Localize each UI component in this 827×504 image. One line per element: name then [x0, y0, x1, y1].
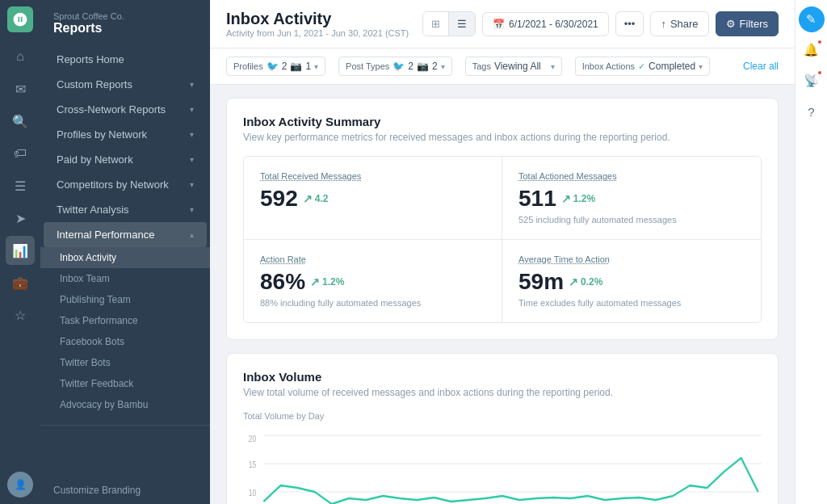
user-avatar[interactable]: 👤 [7, 472, 33, 498]
metric-value-avg-time: 59m ↗ 0.2% [518, 269, 745, 295]
right-sidebar: ✎ 🔔 📡 ? [795, 0, 827, 504]
nav-sub-inbox-team[interactable]: Inbox Team [40, 268, 210, 289]
chevron-down-icon: ▾ [190, 155, 194, 164]
nav-sub-advocacy[interactable]: Advocacy by Bambu [40, 394, 210, 415]
activity-button[interactable]: 📡 [799, 68, 825, 94]
tags-dropdown[interactable]: Tags Viewing All ▾ [465, 57, 562, 76]
profiles-filter-values: 🐦 2 📷 1 [267, 61, 311, 72]
check-icon: ✓ [638, 61, 645, 72]
nav-sub-publishing-team[interactable]: Publishing Team [40, 289, 210, 310]
page-title: Inbox Activity [226, 10, 409, 28]
nav-custom-reports[interactable]: Custom Reports ▾ [44, 72, 207, 97]
metric-trend-action-rate: ↗ 1.2% [310, 275, 344, 288]
notifications-button[interactable]: 🔔 [799, 37, 825, 63]
nav-sub-facebook-bots[interactable]: Facebook Bots [40, 331, 210, 352]
twitter-icon: 🐦 [393, 61, 405, 72]
metric-cell-action-rate: Action Rate 86% ↗ 1.2% 88% including ful… [244, 240, 502, 322]
nav-sub-twitter-bots[interactable]: Twitter Bots [40, 352, 210, 373]
metric-trend-actioned: ↗ 1.2% [561, 192, 595, 205]
metric-label-actioned: Total Actioned Messages [518, 171, 745, 181]
chevron-down-icon: ▾ [314, 62, 318, 71]
post-types-dropdown[interactable]: Post Types 🐦 2 📷 2 ▾ [338, 57, 452, 76]
nav-competitors-by-network[interactable]: Competitors by Network ▾ [44, 172, 207, 197]
profiles-filter: Profiles 🐦 2 📷 1 ▾ [226, 57, 325, 76]
search-nav-icon[interactable]: 🔍 [6, 107, 35, 136]
nav-sub-task-performance[interactable]: Task Performance [40, 310, 210, 331]
trend-up-icon: ↗ [303, 192, 313, 205]
nav-sidebar: Sprout Coffee Co. Reports Reports Home C… [40, 0, 210, 504]
instagram-icon: 📷 [417, 61, 429, 72]
brand-company: Sprout Coffee Co. [53, 11, 197, 21]
compose-action-button[interactable]: ✎ [799, 6, 825, 32]
notification-badge [817, 39, 823, 45]
calendar-icon: 📅 [493, 19, 505, 30]
star-nav-icon[interactable]: ☆ [6, 300, 35, 330]
header-left: Inbox Activity Activity from Jun 1, 2021… [226, 10, 409, 38]
clear-all-button[interactable]: Clear all [743, 61, 779, 72]
tag-nav-icon[interactable]: 🏷 [6, 139, 35, 168]
nav-paid-by-network[interactable]: Paid by Network ▾ [44, 147, 207, 172]
metric-cell-avg-time: Average Time to Action 59m ↗ 0.2% Time e… [502, 240, 761, 322]
chevron-down-icon: ▾ [551, 62, 555, 71]
trend-up-icon: ↗ [569, 275, 578, 288]
metric-value-received: 592 ↗ 4.2 [260, 186, 485, 212]
chart-label: Total Volume by Day [243, 411, 762, 421]
nav-twitter-analysis[interactable]: Twitter Analysis ▾ [44, 197, 207, 222]
svg-text:20: 20 [249, 435, 256, 443]
metric-cell-actioned: Total Actioned Messages 511 ↗ 1.2% 525 i… [502, 157, 761, 240]
list-nav-icon[interactable]: ☰ [6, 171, 35, 200]
nav-sub-inbox-activity[interactable]: Inbox Activity [40, 247, 210, 268]
date-range-button[interactable]: 📅 6/1/2021 - 6/30/2021 [482, 12, 609, 36]
nav-reports-home[interactable]: Reports Home [44, 47, 207, 72]
trend-up-icon: ↗ [310, 275, 320, 288]
nav-profiles-by-network[interactable]: Profiles by Network ▾ [44, 122, 207, 147]
send-nav-icon[interactable]: ➤ [6, 204, 35, 233]
nav-section-main: Reports Home Custom Reports ▾ Cross-Netw… [40, 44, 210, 418]
inbox-actions-dropdown[interactable]: Inbox Actions ✓ Completed ▾ [575, 57, 710, 76]
more-options-button[interactable]: ••• [615, 11, 644, 36]
volume-card: Inbox Volume View total volume of receiv… [226, 353, 779, 504]
filters-button[interactable]: ⚙ Filters [716, 11, 779, 36]
share-button[interactable]: ↑ Share [650, 11, 708, 36]
metric-value-action-rate: 86% ↗ 1.2% [260, 269, 485, 295]
grid-view-button[interactable]: ⊞ [423, 12, 449, 36]
briefcase-nav-icon[interactable]: 💼 [6, 268, 35, 297]
post-types-filter: Post Types 🐦 2 📷 2 ▾ [338, 57, 452, 76]
volume-subtitle: View total volume of received messages a… [243, 387, 762, 398]
metric-label-avg-time: Average Time to Action [518, 254, 745, 264]
profiles-dropdown[interactable]: Profiles 🐦 2 📷 1 ▾ [226, 57, 325, 76]
inbox-actions-filter: Inbox Actions ✓ Completed ▾ [575, 57, 710, 76]
help-button[interactable]: ? [799, 99, 825, 124]
metric-trend-received: ↗ 4.2 [303, 192, 329, 205]
icon-sidebar: ⌂ ✉ 🔍 🏷 ☰ ➤ 📊 💼 ☆ 👤 [0, 0, 40, 504]
summary-title: Inbox Activity Summary [243, 115, 762, 128]
post-types-filter-label: Post Types [346, 61, 389, 71]
activity-badge [817, 69, 823, 76]
trend-up-icon: ↗ [561, 192, 571, 205]
chart-nav-icon[interactable]: 📊 [6, 236, 35, 265]
app-logo[interactable] [7, 6, 33, 32]
brand-title: Reports [53, 21, 197, 36]
list-view-button[interactable]: ☰ [449, 12, 475, 36]
metric-sub-action-rate: 88% including fully automated messages [260, 298, 485, 308]
home-nav-icon[interactable]: ⌂ [6, 42, 35, 71]
chevron-down-icon: ▾ [190, 180, 194, 189]
svg-text:15: 15 [249, 460, 256, 469]
main-content: Inbox Activity Activity from Jun 1, 2021… [210, 0, 795, 504]
nav-cross-network[interactable]: Cross-Network Reports ▾ [44, 97, 207, 122]
nav-internal-performance[interactable]: Internal Performance ▴ [44, 222, 207, 247]
nav-sub-twitter-feedback[interactable]: Twitter Feedback [40, 373, 210, 394]
tags-filter-values: Viewing All [494, 61, 541, 72]
chart-area: 0 5 10 15 20 1 2 [243, 427, 762, 504]
chevron-down-icon: ▾ [190, 130, 194, 139]
share-icon: ↑ [661, 18, 666, 30]
filters-row: Profiles 🐦 2 📷 1 ▾ Post Types 🐦 2 📷 2 [210, 48, 795, 85]
filter-icon: ⚙ [726, 18, 736, 30]
compose-nav-icon[interactable]: ✉ [6, 74, 35, 103]
metrics-grid: Total Received Messages 592 ↗ 4.2 Total … [243, 156, 762, 323]
volume-title: Inbox Volume [243, 370, 762, 384]
summary-card: Inbox Activity Summary View key performa… [226, 98, 779, 340]
brand-area: Sprout Coffee Co. Reports [40, 0, 210, 44]
nav-customize-branding[interactable]: Customize Branding [40, 477, 210, 504]
chevron-up-icon: ▴ [190, 230, 194, 239]
